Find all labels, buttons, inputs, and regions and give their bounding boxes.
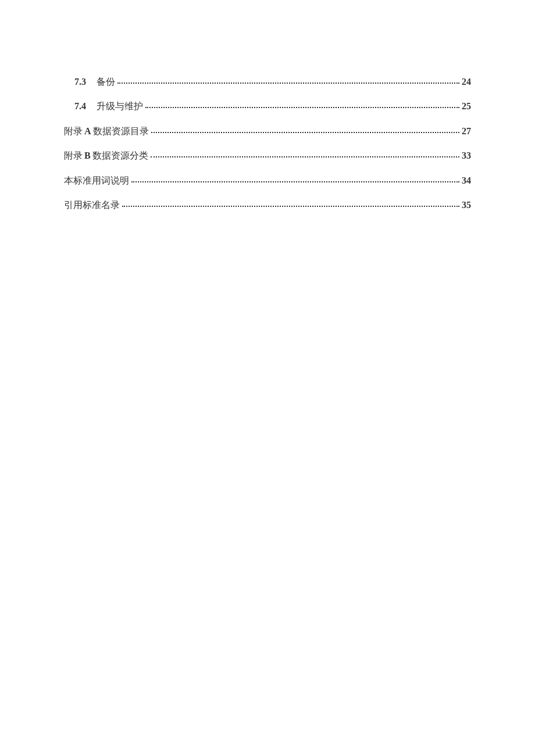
toc-entry: 附录B数据资源分类 33	[64, 149, 471, 162]
toc-appendix-letter: A	[84, 126, 91, 136]
toc-section-title: 备份	[97, 76, 115, 88]
toc-entry: 7.4 升级与维护 25	[64, 100, 471, 113]
toc-appendix-letter: B	[84, 151, 91, 160]
toc-leader-dots	[117, 83, 459, 84]
toc-appendix-name: 数据资源目录	[93, 126, 149, 136]
toc-section-title: 引用标准名录	[64, 199, 120, 212]
toc-leader-dots	[151, 132, 459, 133]
toc-appendix-prefix: 附录	[64, 126, 83, 136]
toc-section-title: 本标准用词说明	[64, 174, 129, 187]
toc-leader-dots	[131, 181, 459, 182]
toc-entry: 附录A数据资源目录 27	[64, 125, 471, 138]
toc-appendix-name: 数据资源分类	[92, 151, 148, 160]
toc-section-title: 升级与维护	[97, 100, 143, 113]
toc-section-number: 7.3	[74, 76, 86, 88]
document-page: 7.3 备份 24 7.4 升级与维护 25 附录A数据资源目录 27 附录B数…	[0, 0, 535, 212]
toc-leader-dots	[151, 156, 459, 157]
toc-appendix-title: 附录A数据资源目录	[64, 125, 149, 138]
toc-entry: 引用标准名录 35	[64, 199, 471, 212]
toc-leader-dots	[145, 107, 459, 108]
toc-entry: 7.3 备份 24	[64, 76, 471, 88]
toc-page-number: 33	[462, 149, 471, 162]
toc-page-number: 25	[462, 100, 471, 113]
toc-page-number: 34	[462, 174, 471, 187]
toc-entry: 本标准用词说明 34	[64, 174, 471, 187]
toc-page-number: 24	[462, 76, 471, 88]
toc-appendix-prefix: 附录	[64, 151, 83, 160]
toc-page-number: 27	[462, 125, 471, 138]
toc-appendix-title: 附录B数据资源分类	[64, 149, 148, 162]
toc-section-number: 7.4	[74, 100, 86, 113]
toc-leader-dots	[122, 206, 459, 207]
table-of-contents: 7.3 备份 24 7.4 升级与维护 25 附录A数据资源目录 27 附录B数…	[64, 76, 471, 212]
toc-page-number: 35	[462, 199, 471, 212]
